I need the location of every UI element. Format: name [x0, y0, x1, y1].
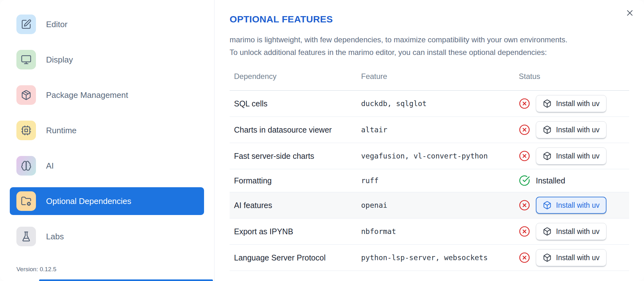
- table-row: FormattingruffInstalled: [230, 169, 629, 192]
- dependency-cell: Export as IPYNB: [230, 218, 361, 245]
- x-icon: [625, 8, 635, 18]
- install-with-uv-button[interactable]: Install with uv: [536, 223, 606, 240]
- sidebar-item-ai[interactable]: AI: [10, 152, 204, 180]
- description-line-2: To unlock additional features in the mar…: [230, 48, 547, 57]
- install-with-uv-button[interactable]: Install with uv: [536, 249, 606, 266]
- description: marimo is lightweight, with few dependen…: [230, 33, 629, 59]
- status-cell: Install with uv: [519, 91, 629, 117]
- status-cell: Install with uv: [519, 218, 629, 245]
- sidebar-item-package-management[interactable]: Package Management: [10, 81, 204, 109]
- flask-icon: [16, 227, 36, 246]
- sidebar-item-editor[interactable]: Editor: [10, 10, 204, 38]
- table-row: Language Server Protocolpython-lsp-serve…: [230, 245, 629, 271]
- table-header-row: Dependency Feature Status: [230, 66, 629, 91]
- feature-cell: nbformat: [361, 218, 519, 245]
- close-button[interactable]: [623, 6, 637, 20]
- dependencies-table: Dependency Feature Status SQL cellsduckd…: [230, 66, 629, 271]
- install-button-label: Install with uv: [556, 227, 600, 236]
- feature-cell: duckdb, sqlglot: [361, 91, 519, 117]
- install-with-uv-button[interactable]: Install with uv: [536, 197, 606, 214]
- box-icon: [543, 227, 552, 236]
- status-cell: Install with uv: [519, 245, 629, 271]
- status-cell: Install with uv: [519, 117, 629, 143]
- dependency-cell: Formatting: [230, 169, 361, 192]
- install-button-label: Install with uv: [556, 254, 600, 262]
- sidebar-item-label: Runtime: [46, 126, 77, 135]
- feature-cell: openai: [361, 192, 519, 218]
- install-button-label: Install with uv: [556, 201, 600, 210]
- status-cell: Installed: [519, 169, 629, 192]
- feature-cell: ruff: [361, 169, 519, 192]
- sidebar-item-label: AI: [46, 161, 54, 171]
- optional-features-panel: OPTIONAL FEATURES marimo is lightweight,…: [214, 0, 644, 281]
- cpu-icon: [16, 121, 36, 140]
- status-cell: Install with uv: [519, 192, 629, 218]
- status-cell: Install with uv: [519, 143, 629, 169]
- table-row: Fast server-side chartsvegafusion, vl-co…: [230, 143, 629, 169]
- sidebar-item-label: Optional Dependencies: [46, 196, 131, 206]
- folder-cog-icon: [16, 191, 36, 211]
- status-label: Installed: [536, 174, 565, 188]
- sidebar-item-display[interactable]: Display: [10, 46, 204, 74]
- circle-check-icon: [519, 175, 530, 186]
- dependency-cell: AI features: [230, 192, 361, 218]
- circle-x-icon: [519, 150, 530, 162]
- edit-icon: [16, 15, 36, 34]
- monitor-icon: [16, 50, 36, 69]
- feature-cell: vegafusion, vl-convert-python: [361, 143, 519, 169]
- install-with-uv-button[interactable]: Install with uv: [536, 147, 606, 164]
- page-title: OPTIONAL FEATURES: [230, 14, 629, 25]
- table-row: AI featuresopenaiInstall with uv: [230, 192, 629, 218]
- brain-icon: [16, 156, 36, 176]
- feature-cell: altair: [361, 117, 519, 143]
- sidebar-item-label: Display: [46, 55, 73, 65]
- box-icon: [543, 125, 552, 134]
- box-icon: [543, 201, 552, 210]
- install-button-label: Install with uv: [556, 126, 600, 134]
- sidebar-nav: EditorDisplayPackage ManagementRuntimeAI…: [0, 0, 214, 250]
- dependency-cell: Language Server Protocol: [230, 245, 361, 271]
- table-row: Charts in datasource vieweraltairInstall…: [230, 117, 629, 143]
- sidebar-item-labs[interactable]: Labs: [10, 223, 204, 250]
- column-header-feature: Feature: [361, 66, 519, 91]
- sidebar-item-runtime[interactable]: Runtime: [10, 117, 204, 144]
- install-with-uv-button[interactable]: Install with uv: [536, 121, 606, 138]
- sidebar-item-optional-dependencies[interactable]: Optional Dependencies: [10, 187, 204, 215]
- settings-sidebar: EditorDisplayPackage ManagementRuntimeAI…: [0, 0, 214, 281]
- circle-x-icon: [519, 98, 530, 109]
- box-icon: [543, 99, 552, 108]
- dependency-cell: Charts in datasource viewer: [230, 117, 361, 143]
- dependency-cell: SQL cells: [230, 91, 361, 117]
- settings-dialog: EditorDisplayPackage ManagementRuntimeAI…: [0, 0, 644, 281]
- circle-x-icon: [519, 252, 530, 263]
- sidebar-item-label: Package Management: [46, 90, 128, 100]
- sidebar-item-label: Editor: [46, 20, 67, 29]
- column-header-status: Status: [519, 66, 629, 91]
- install-button-label: Install with uv: [556, 152, 600, 160]
- version-label: Version: 0.12.5: [16, 266, 56, 273]
- sidebar-item-label: Labs: [46, 232, 64, 242]
- box-icon: [543, 253, 552, 262]
- table-row: Export as IPYNBnbformatInstall with uv: [230, 218, 629, 245]
- install-button-label: Install with uv: [556, 99, 600, 108]
- package-icon: [16, 85, 36, 105]
- install-with-uv-button[interactable]: Install with uv: [536, 95, 606, 112]
- column-header-dependency: Dependency: [230, 66, 361, 91]
- box-icon: [543, 152, 552, 160]
- sidebar-scroll-indicator: [39, 279, 213, 281]
- feature-cell: python-lsp-server, websockets: [361, 245, 519, 271]
- circle-x-icon: [519, 124, 530, 135]
- table-row: SQL cellsduckdb, sqlglotInstall with uv: [230, 91, 629, 117]
- circle-x-icon: [519, 226, 530, 237]
- dependency-cell: Fast server-side charts: [230, 143, 361, 169]
- circle-x-icon: [519, 200, 530, 211]
- description-line-1: marimo is lightweight, with few dependen…: [230, 35, 567, 44]
